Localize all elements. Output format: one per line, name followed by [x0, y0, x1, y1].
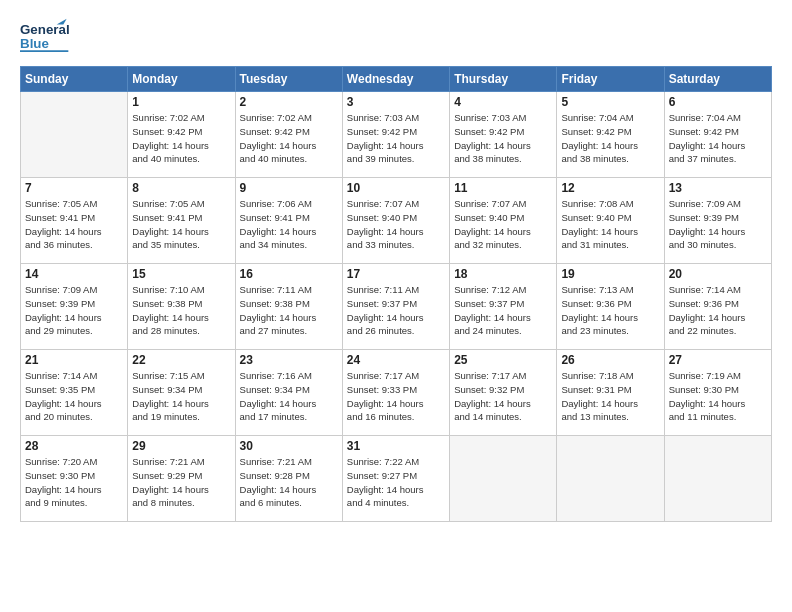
day-number: 22 — [132, 353, 230, 367]
day-number: 29 — [132, 439, 230, 453]
day-info: Sunrise: 7:17 AM Sunset: 9:33 PM Dayligh… — [347, 369, 445, 424]
calendar-day-cell: 22Sunrise: 7:15 AM Sunset: 9:34 PM Dayli… — [128, 350, 235, 436]
day-number: 7 — [25, 181, 123, 195]
calendar-day-cell: 11Sunrise: 7:07 AM Sunset: 9:40 PM Dayli… — [450, 178, 557, 264]
day-number: 13 — [669, 181, 767, 195]
calendar-day-cell: 25Sunrise: 7:17 AM Sunset: 9:32 PM Dayli… — [450, 350, 557, 436]
calendar-day-cell: 1Sunrise: 7:02 AM Sunset: 9:42 PM Daylig… — [128, 92, 235, 178]
svg-text:Blue: Blue — [20, 36, 49, 51]
day-number: 14 — [25, 267, 123, 281]
calendar-week-row: 21Sunrise: 7:14 AM Sunset: 9:35 PM Dayli… — [21, 350, 772, 436]
day-info: Sunrise: 7:17 AM Sunset: 9:32 PM Dayligh… — [454, 369, 552, 424]
day-info: Sunrise: 7:02 AM Sunset: 9:42 PM Dayligh… — [132, 111, 230, 166]
calendar-day-cell: 15Sunrise: 7:10 AM Sunset: 9:38 PM Dayli… — [128, 264, 235, 350]
calendar-day-cell — [21, 92, 128, 178]
calendar-day-cell: 8Sunrise: 7:05 AM Sunset: 9:41 PM Daylig… — [128, 178, 235, 264]
day-info: Sunrise: 7:14 AM Sunset: 9:36 PM Dayligh… — [669, 283, 767, 338]
day-number: 8 — [132, 181, 230, 195]
calendar: SundayMondayTuesdayWednesdayThursdayFrid… — [20, 66, 772, 522]
day-number: 10 — [347, 181, 445, 195]
header: General Blue — [20, 16, 772, 58]
calendar-day-cell — [664, 436, 771, 522]
calendar-day-cell: 9Sunrise: 7:06 AM Sunset: 9:41 PM Daylig… — [235, 178, 342, 264]
calendar-day-cell: 2Sunrise: 7:02 AM Sunset: 9:42 PM Daylig… — [235, 92, 342, 178]
calendar-day-cell: 4Sunrise: 7:03 AM Sunset: 9:42 PM Daylig… — [450, 92, 557, 178]
day-info: Sunrise: 7:03 AM Sunset: 9:42 PM Dayligh… — [347, 111, 445, 166]
day-info: Sunrise: 7:21 AM Sunset: 9:29 PM Dayligh… — [132, 455, 230, 510]
calendar-day-cell: 13Sunrise: 7:09 AM Sunset: 9:39 PM Dayli… — [664, 178, 771, 264]
day-info: Sunrise: 7:14 AM Sunset: 9:35 PM Dayligh… — [25, 369, 123, 424]
calendar-day-cell: 26Sunrise: 7:18 AM Sunset: 9:31 PM Dayli… — [557, 350, 664, 436]
day-info: Sunrise: 7:04 AM Sunset: 9:42 PM Dayligh… — [561, 111, 659, 166]
day-info: Sunrise: 7:10 AM Sunset: 9:38 PM Dayligh… — [132, 283, 230, 338]
day-number: 18 — [454, 267, 552, 281]
weekday-header-cell: Monday — [128, 67, 235, 92]
weekday-header-cell: Saturday — [664, 67, 771, 92]
day-info: Sunrise: 7:16 AM Sunset: 9:34 PM Dayligh… — [240, 369, 338, 424]
day-info: Sunrise: 7:05 AM Sunset: 9:41 PM Dayligh… — [25, 197, 123, 252]
calendar-day-cell: 14Sunrise: 7:09 AM Sunset: 9:39 PM Dayli… — [21, 264, 128, 350]
calendar-day-cell — [557, 436, 664, 522]
day-number: 28 — [25, 439, 123, 453]
calendar-header-row: SundayMondayTuesdayWednesdayThursdayFrid… — [21, 67, 772, 92]
day-number: 25 — [454, 353, 552, 367]
calendar-day-cell: 3Sunrise: 7:03 AM Sunset: 9:42 PM Daylig… — [342, 92, 449, 178]
weekday-header-cell: Sunday — [21, 67, 128, 92]
calendar-day-cell — [450, 436, 557, 522]
calendar-day-cell: 7Sunrise: 7:05 AM Sunset: 9:41 PM Daylig… — [21, 178, 128, 264]
day-number: 1 — [132, 95, 230, 109]
day-number: 4 — [454, 95, 552, 109]
calendar-day-cell: 5Sunrise: 7:04 AM Sunset: 9:42 PM Daylig… — [557, 92, 664, 178]
calendar-day-cell: 10Sunrise: 7:07 AM Sunset: 9:40 PM Dayli… — [342, 178, 449, 264]
day-number: 20 — [669, 267, 767, 281]
calendar-week-row: 14Sunrise: 7:09 AM Sunset: 9:39 PM Dayli… — [21, 264, 772, 350]
day-number: 17 — [347, 267, 445, 281]
calendar-body: 1Sunrise: 7:02 AM Sunset: 9:42 PM Daylig… — [21, 92, 772, 522]
day-info: Sunrise: 7:20 AM Sunset: 9:30 PM Dayligh… — [25, 455, 123, 510]
day-info: Sunrise: 7:22 AM Sunset: 9:27 PM Dayligh… — [347, 455, 445, 510]
day-number: 15 — [132, 267, 230, 281]
calendar-day-cell: 28Sunrise: 7:20 AM Sunset: 9:30 PM Dayli… — [21, 436, 128, 522]
day-info: Sunrise: 7:13 AM Sunset: 9:36 PM Dayligh… — [561, 283, 659, 338]
weekday-header-cell: Friday — [557, 67, 664, 92]
day-info: Sunrise: 7:04 AM Sunset: 9:42 PM Dayligh… — [669, 111, 767, 166]
day-number: 11 — [454, 181, 552, 195]
day-number: 24 — [347, 353, 445, 367]
day-number: 31 — [347, 439, 445, 453]
day-number: 12 — [561, 181, 659, 195]
day-info: Sunrise: 7:15 AM Sunset: 9:34 PM Dayligh… — [132, 369, 230, 424]
calendar-week-row: 28Sunrise: 7:20 AM Sunset: 9:30 PM Dayli… — [21, 436, 772, 522]
day-info: Sunrise: 7:12 AM Sunset: 9:37 PM Dayligh… — [454, 283, 552, 338]
day-number: 5 — [561, 95, 659, 109]
day-info: Sunrise: 7:11 AM Sunset: 9:37 PM Dayligh… — [347, 283, 445, 338]
calendar-day-cell: 27Sunrise: 7:19 AM Sunset: 9:30 PM Dayli… — [664, 350, 771, 436]
calendar-day-cell: 12Sunrise: 7:08 AM Sunset: 9:40 PM Dayli… — [557, 178, 664, 264]
day-number: 9 — [240, 181, 338, 195]
day-info: Sunrise: 7:09 AM Sunset: 9:39 PM Dayligh… — [25, 283, 123, 338]
day-number: 21 — [25, 353, 123, 367]
day-info: Sunrise: 7:02 AM Sunset: 9:42 PM Dayligh… — [240, 111, 338, 166]
logo: General Blue — [20, 16, 70, 58]
day-info: Sunrise: 7:03 AM Sunset: 9:42 PM Dayligh… — [454, 111, 552, 166]
calendar-day-cell: 30Sunrise: 7:21 AM Sunset: 9:28 PM Dayli… — [235, 436, 342, 522]
day-info: Sunrise: 7:11 AM Sunset: 9:38 PM Dayligh… — [240, 283, 338, 338]
calendar-week-row: 1Sunrise: 7:02 AM Sunset: 9:42 PM Daylig… — [21, 92, 772, 178]
weekday-header-cell: Wednesday — [342, 67, 449, 92]
day-number: 30 — [240, 439, 338, 453]
day-info: Sunrise: 7:08 AM Sunset: 9:40 PM Dayligh… — [561, 197, 659, 252]
day-info: Sunrise: 7:18 AM Sunset: 9:31 PM Dayligh… — [561, 369, 659, 424]
day-number: 2 — [240, 95, 338, 109]
day-info: Sunrise: 7:19 AM Sunset: 9:30 PM Dayligh… — [669, 369, 767, 424]
calendar-day-cell: 6Sunrise: 7:04 AM Sunset: 9:42 PM Daylig… — [664, 92, 771, 178]
logo-icon: General Blue — [20, 16, 70, 58]
calendar-day-cell: 16Sunrise: 7:11 AM Sunset: 9:38 PM Dayli… — [235, 264, 342, 350]
day-info: Sunrise: 7:05 AM Sunset: 9:41 PM Dayligh… — [132, 197, 230, 252]
day-info: Sunrise: 7:21 AM Sunset: 9:28 PM Dayligh… — [240, 455, 338, 510]
day-info: Sunrise: 7:07 AM Sunset: 9:40 PM Dayligh… — [347, 197, 445, 252]
day-number: 6 — [669, 95, 767, 109]
day-number: 27 — [669, 353, 767, 367]
day-number: 23 — [240, 353, 338, 367]
calendar-day-cell: 23Sunrise: 7:16 AM Sunset: 9:34 PM Dayli… — [235, 350, 342, 436]
calendar-week-row: 7Sunrise: 7:05 AM Sunset: 9:41 PM Daylig… — [21, 178, 772, 264]
calendar-day-cell: 18Sunrise: 7:12 AM Sunset: 9:37 PM Dayli… — [450, 264, 557, 350]
